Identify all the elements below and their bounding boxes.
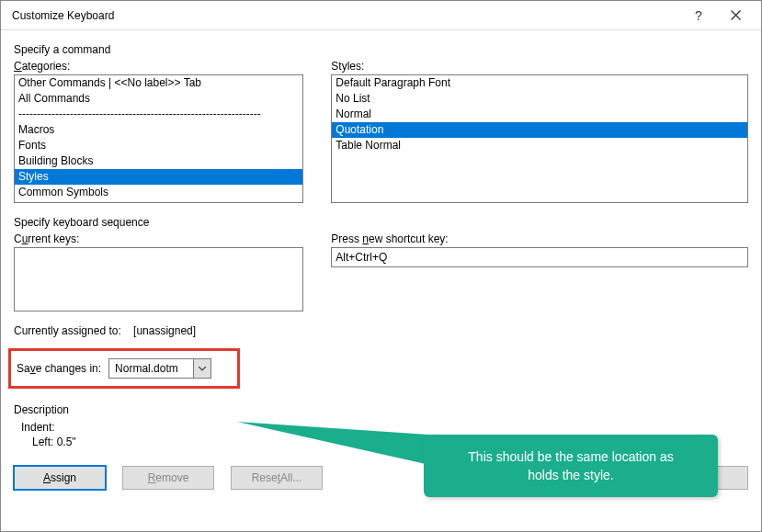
current-keys-label: Current keys: bbox=[14, 232, 303, 245]
list-item[interactable]: Quotation bbox=[332, 122, 747, 138]
reset-all-button[interactable]: Reset All... bbox=[231, 466, 323, 490]
help-button[interactable]: ? bbox=[680, 2, 717, 29]
categories-label: Categories: bbox=[14, 60, 303, 73]
assign-button[interactable]: Assign bbox=[14, 466, 106, 490]
list-item[interactable]: Other Commands | <<No label>> Tab bbox=[15, 75, 302, 91]
specify-sequence-label: Specify keyboard sequence bbox=[14, 216, 748, 229]
list-item[interactable]: Default Paragraph Font bbox=[332, 75, 747, 91]
current-keys-listbox[interactable] bbox=[14, 247, 303, 311]
save-changes-row: Save changes in: Normal.dotm bbox=[8, 348, 240, 389]
press-new-label: Press new shortcut key: bbox=[331, 232, 748, 245]
dropdown-button[interactable] bbox=[193, 358, 211, 379]
categories-listbox[interactable]: Other Commands | <<No label>> TabAll Com… bbox=[14, 74, 303, 203]
title-bar: Customize Keyboard ? bbox=[1, 1, 761, 30]
currently-assigned-row: Currently assigned to: [unassigned] bbox=[14, 324, 748, 337]
save-changes-dropdown[interactable]: Normal.dotm bbox=[108, 358, 211, 379]
list-item[interactable]: Styles bbox=[15, 169, 302, 185]
styles-label: Styles: bbox=[331, 60, 748, 73]
list-item[interactable]: Table Normal bbox=[332, 138, 747, 153]
save-changes-value: Normal.dotm bbox=[108, 358, 193, 379]
list-item[interactable]: ----------------------------------------… bbox=[15, 107, 302, 122]
remove-button[interactable]: Remove bbox=[122, 466, 214, 490]
list-item[interactable]: Building Blocks bbox=[15, 153, 302, 169]
close-window-button[interactable] bbox=[717, 2, 754, 29]
list-item[interactable]: Common Symbols bbox=[15, 185, 302, 200]
styles-listbox[interactable]: Default Paragraph FontNo ListNormalQuota… bbox=[331, 74, 748, 203]
list-item[interactable]: No List bbox=[332, 91, 747, 107]
chevron-down-icon bbox=[199, 367, 206, 371]
annotation-callout: This should be the same location as hold… bbox=[424, 435, 718, 497]
list-item[interactable]: Macros bbox=[15, 122, 302, 138]
list-item[interactable]: All Commands bbox=[15, 91, 302, 107]
save-changes-label: Save changes in: bbox=[17, 362, 101, 375]
list-item[interactable]: Fonts bbox=[15, 138, 302, 153]
specify-command-label: Specify a command bbox=[14, 43, 748, 56]
description-label: Description bbox=[14, 403, 748, 416]
list-item[interactable]: Normal bbox=[332, 107, 747, 122]
window-title: Customize Keyboard bbox=[12, 9, 680, 22]
close-icon bbox=[731, 10, 741, 20]
press-new-shortcut-input[interactable] bbox=[331, 247, 748, 267]
